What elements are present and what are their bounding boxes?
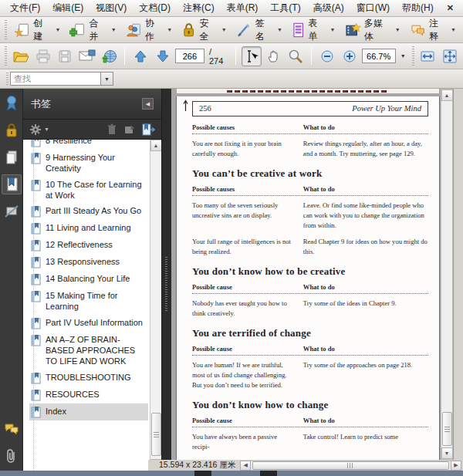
bookmark-item[interactable]: RESOURCES (29, 387, 148, 403)
bookmark-options-button[interactable]: ▼ (29, 123, 49, 136)
forms-button[interactable]: 表单 ▼ (288, 15, 340, 46)
bookmarks-scrollbar[interactable]: ▲ ▼ (150, 140, 161, 471)
bookmark-item[interactable]: 12 Reflectiveness (29, 237, 148, 254)
menu-window[interactable]: 窗口(W) (351, 0, 395, 16)
goto-bookmark-icon[interactable] (142, 123, 155, 136)
troubleshooting-section: You are terrified of change Possible cau… (192, 327, 428, 390)
comments-panel-button[interactable] (2, 419, 22, 439)
menu-tools[interactable]: 工具(T) (265, 0, 306, 16)
bookmark-item[interactable]: TROUBLESHOOTING (29, 370, 148, 387)
scroll-left-icon[interactable]: ◀ (240, 461, 251, 471)
section-heading: You don’t know how to be creative (192, 265, 428, 278)
zoom-dropdown-arrow-icon[interactable]: ▼ (398, 53, 408, 59)
zoom-in-button[interactable] (340, 46, 360, 66)
bookmark-item[interactable]: 14 Balancing Your Life (29, 271, 148, 288)
fit-width-button[interactable] (418, 46, 438, 66)
magnifier-icon (288, 49, 303, 64)
delete-bookmark-trash-icon[interactable] (106, 123, 117, 135)
security-panel-button[interactable] (2, 120, 22, 140)
previous-page-edge (177, 89, 439, 93)
scroll-up-icon[interactable]: ▲ (441, 89, 453, 101)
dropdown-arrow-icon: ▼ (330, 27, 336, 32)
col1-header: Possible causes (192, 123, 303, 131)
toolbar-grip[interactable] (412, 46, 414, 66)
down-arrow-icon (156, 49, 170, 63)
bookmark-item[interactable]: Part IV Useful Information (29, 315, 148, 332)
close-icon[interactable]: ✕ (442, 3, 458, 13)
secure-button[interactable]: 安全 ▼ (177, 15, 230, 46)
pages-panel-button[interactable] (2, 147, 22, 167)
attachments-panel-button[interactable] (2, 446, 22, 466)
layers-panel-button[interactable] (2, 201, 22, 221)
bookmark-item-selected[interactable]: Index (29, 403, 148, 420)
menu-view[interactable]: 视图(V) (90, 0, 132, 16)
zoom-out-button[interactable] (317, 46, 337, 66)
bookmarks-panel-button[interactable] (2, 174, 22, 194)
collaborate-button[interactable]: 协作 ▼ (122, 15, 176, 46)
comment-button[interactable]: 注释 ▼ (406, 15, 460, 46)
bookmarks-panel-title: 书签 (31, 97, 51, 111)
expand-bookmark-icon[interactable] (123, 123, 136, 135)
scrollbar-thumb[interactable] (252, 461, 449, 470)
find-dropdown-arrow-icon[interactable]: ▼ (101, 72, 113, 86)
menu-advanced[interactable]: 高级(A) (308, 0, 350, 16)
scrollbar-thumb[interactable] (151, 413, 161, 456)
bookmark-item[interactable]: 8 Resilience (29, 140, 148, 150)
scroll-up-icon[interactable]: ▲ (150, 140, 162, 151)
bookmark-item[interactable]: 15 Making Time for Learning (29, 288, 148, 315)
menu-comments[interactable]: 注释(C) (177, 0, 220, 16)
document-vertical-scrollbar[interactable]: ▲ ▼ (441, 89, 453, 460)
email-button[interactable] (77, 46, 97, 66)
save-button[interactable] (55, 46, 75, 66)
bookmark-item[interactable]: 13 Responsiveness (29, 254, 148, 271)
minus-circle-icon (321, 50, 333, 62)
marquee-zoom-tool-button[interactable] (286, 46, 306, 66)
menu-file[interactable]: 文件(F) (5, 0, 46, 16)
create-pdf-button[interactable]: 创建 ▼ (10, 15, 64, 46)
page-number-input[interactable] (175, 49, 204, 63)
signatures-panel-button[interactable] (2, 93, 22, 113)
toolbar-grip[interactable] (6, 73, 8, 85)
panel-splitter[interactable] (162, 89, 171, 471)
scroll-right-icon[interactable]: ▶ (451, 461, 461, 471)
menu-document[interactable]: 文档(D) (133, 0, 176, 16)
bookmark-item[interactable]: 10 The Case for Learning at Work (29, 177, 148, 204)
menu-forms[interactable]: 表单(R) (221, 0, 264, 16)
sign-button[interactable]: 签名 ▼ (232, 15, 286, 46)
dropdown-arrow-icon: ▼ (277, 27, 282, 32)
combine-button[interactable]: 合并 ▼ (66, 15, 120, 46)
previous-page-button[interactable] (130, 46, 150, 66)
bookmark-page-icon (31, 390, 41, 401)
comment-bubbles-icon (410, 22, 426, 39)
print-button[interactable] (33, 46, 53, 66)
hand-tool-button[interactable] (264, 46, 284, 66)
zoom-level-input[interactable] (362, 49, 396, 63)
upload-web-button[interactable] (100, 46, 120, 66)
bookmark-item[interactable]: 9 Harnessing Your Creativity (29, 150, 148, 177)
select-text-tool-button[interactable] (242, 46, 262, 66)
scrollbar-thumb[interactable] (442, 412, 452, 446)
pages-icon (5, 150, 19, 165)
find-input[interactable] (10, 72, 101, 86)
menu-edit[interactable]: 编辑(E) (47, 0, 89, 16)
sign-label: 签名 (255, 17, 273, 43)
toolbar-grip[interactable] (5, 20, 7, 39)
bookmark-item[interactable]: Part III Steady As You Go (29, 203, 148, 220)
save-floppy-icon (58, 49, 72, 63)
scrollbar-track[interactable] (251, 461, 451, 471)
toolbar-grip[interactable] (5, 46, 7, 66)
open-file-button[interactable] (11, 46, 31, 66)
multimedia-button[interactable]: 多媒体 ▼ (341, 15, 404, 46)
bookmark-item[interactable]: 11 Living and Learning (29, 220, 148, 237)
dropdown-arrow-icon: ▼ (395, 27, 400, 32)
document-horizontal-scrollbar[interactable]: ◀ ▶ (240, 461, 461, 471)
scroll-down-icon[interactable]: ▼ (441, 447, 453, 459)
award-ribbon-icon (5, 95, 19, 112)
clipped-text-strip (227, 90, 389, 93)
panel-collapse-icon[interactable]: ◀ (142, 98, 154, 110)
page-running-header: 256 Power Up Your Mind (192, 101, 428, 116)
bookmark-item[interactable]: AN A–Z OF BRAIN-BASED APPROACHES TO LIFE… (29, 332, 148, 370)
fit-page-button[interactable] (440, 46, 460, 66)
next-page-button[interactable] (153, 46, 173, 66)
menu-help[interactable]: 帮助(H) (397, 0, 439, 16)
